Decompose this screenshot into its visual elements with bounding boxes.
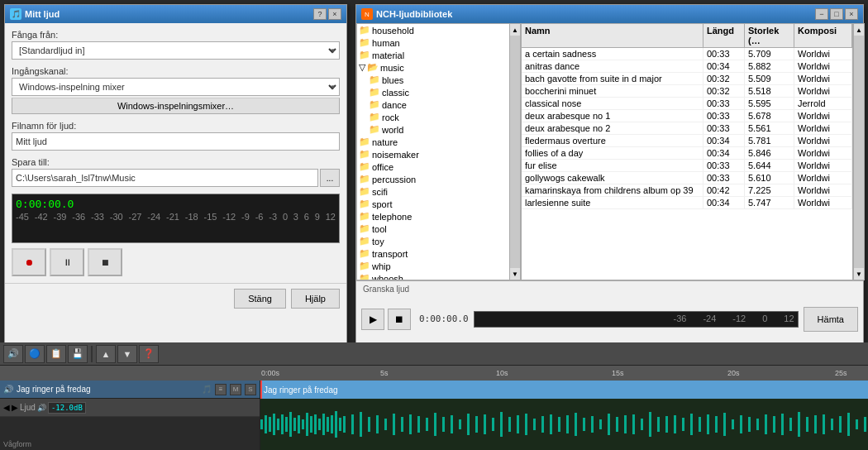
tree-item-telephone[interactable]: 📁 telephone (357, 210, 509, 223)
folder-icon: 📁 (359, 199, 370, 209)
nch-close-btn[interactable]: × (845, 8, 858, 20)
list-item[interactable]: bach gavotte from suite in d major 00:32… (522, 73, 852, 85)
list-item[interactable]: classical nose 00:33 5.595 Jerrold (522, 98, 852, 110)
list-item[interactable]: deux arabesque no 2 00:33 5.561 Worldwi (522, 122, 852, 135)
col-komposi[interactable]: Komposi (794, 24, 852, 47)
tree-item-music[interactable]: ▽ 📂 music (357, 61, 509, 74)
stop-button[interactable]: ⏹ (88, 248, 122, 276)
tree-item-human[interactable]: 📁 human (357, 36, 509, 49)
mitt-ljud-close-btn[interactable]: × (328, 8, 341, 20)
svg-rect-19 (339, 418, 341, 431)
tree-item-scifi[interactable]: 📁 scifi (357, 185, 509, 198)
tree-scroll-up[interactable]: ▲ (510, 24, 520, 36)
filnamn-input[interactable]: Mitt ljud (12, 132, 340, 151)
list-scroll-down[interactable]: ▼ (854, 268, 864, 280)
preview-stop-btn[interactable]: ⏹ (388, 309, 411, 330)
tree-label-toy: toy (372, 237, 384, 247)
tree-item-classic[interactable]: 📁 classic (357, 86, 509, 98)
tree-item-toy[interactable]: 📁 toy (357, 235, 509, 247)
nch-min-btn[interactable]: − (815, 8, 828, 20)
ruler-mark-15: 15s (612, 369, 624, 377)
folder-icon: 📁 (359, 211, 370, 222)
list-item[interactable]: gollywogs cakewalk 00:33 5.610 Worldwi (522, 172, 852, 184)
svg-rect-5 (281, 414, 284, 434)
track1-icon2: 🎵 (202, 385, 212, 394)
mitt-ljud-icon: 🎵 (10, 8, 21, 20)
col-längd[interactable]: Längd (703, 24, 745, 47)
ruler-mark-5: 5s (380, 369, 389, 377)
next-btn[interactable]: ▶ (12, 403, 18, 412)
list-header: Namn Längd Storlek (… Komposi (522, 24, 852, 48)
waveform-display (260, 399, 868, 450)
tree-item-noisemaker[interactable]: 📁 noisemaker (357, 148, 509, 160)
tb-save-btn[interactable]: 💾 (68, 345, 88, 363)
audio-block[interactable]: Jag ringer på fredag (260, 381, 868, 399)
expand-icon: ▽ (359, 62, 365, 73)
nch-max-btn[interactable]: □ (830, 8, 843, 20)
browse-button[interactable]: ... (320, 169, 340, 187)
list-item[interactable]: larlesienne suite 00:34 5.747 Worldwi (522, 197, 852, 209)
hjälp-button[interactable]: Hjälp (291, 289, 340, 309)
mitt-ljud-help-btn[interactable]: ? (313, 8, 327, 20)
tree-item-whip[interactable]: 📁 whip (357, 260, 509, 272)
list-item[interactable]: anitras dance 00:34 5.882 Worldwi (522, 60, 852, 73)
svg-rect-17 (331, 415, 333, 433)
tree-item-dance[interactable]: 📁 dance (357, 98, 509, 111)
tb-help-btn[interactable]: ❓ (139, 345, 159, 363)
tree-item-percussion[interactable]: 📁 percussion (357, 173, 509, 185)
folder-icon: 📁 (359, 223, 370, 234)
tree-item-blues[interactable]: 📁 blues (357, 74, 509, 86)
stäng-button[interactable]: Stäng (234, 289, 286, 309)
tb-clipboard-btn[interactable]: 📋 (46, 345, 66, 363)
tb-magnet-btn[interactable]: 🔵 (25, 345, 45, 363)
list-item[interactable]: fledermaus overture 00:34 5.781 Worldwi (522, 135, 852, 147)
tree-label-classic: classic (382, 88, 409, 98)
tb-arrow-down-btn[interactable]: ▼ (117, 345, 137, 363)
record-button[interactable]: ⏺ (12, 248, 46, 276)
svg-rect-2 (269, 417, 271, 432)
pause-button[interactable]: ⏸ (50, 248, 84, 276)
folder-icon: 📁 (369, 87, 380, 98)
tree-item-world[interactable]: 📁 world (357, 123, 509, 136)
svg-rect-72 (773, 416, 775, 433)
track1-solo-btn[interactable]: S (245, 384, 256, 395)
prev-btn[interactable]: ◀ (3, 403, 10, 412)
tree-item-material[interactable]: 📁 material (357, 49, 509, 61)
track1-vol-btn[interactable]: ≡ (215, 384, 227, 395)
track1-mute-btn[interactable]: M (230, 384, 241, 395)
tree-scroll-down[interactable]: ▼ (510, 268, 520, 280)
tree-item-transport[interactable]: 📁 transport (357, 247, 509, 260)
col-namn[interactable]: Namn (522, 24, 703, 47)
list-item[interactable]: kamarinskaya from childrens album op 39 … (522, 184, 852, 197)
svg-rect-39 (500, 412, 503, 437)
tree-item-nature[interactable]: 📁 nature (357, 136, 509, 148)
list-item[interactable]: a certain sadness 00:33 5.709 Worldwi (522, 48, 852, 60)
list-item[interactable]: follies of a day 00:34 5.846 Worldwi (522, 147, 852, 160)
tree-label-human: human (372, 38, 400, 48)
tree-scrollbar-thumb (510, 36, 520, 268)
hämta-button[interactable]: Hämta (804, 307, 858, 332)
tree-item-whoosh[interactable]: 📁 whoosh (357, 272, 509, 280)
ingångskanal-select[interactable]: Windows-inspelning mixer (12, 78, 340, 96)
mixer-button[interactable]: Windows-inspelningsmixer… (12, 98, 340, 114)
fanga-select[interactable]: [Standardljud in] (12, 41, 340, 60)
mitt-ljud-dialog: 🎵 Mitt ljud ? × Fånga från: [Standardlju… (4, 4, 347, 347)
tb-speaker-btn[interactable]: 🔊 (3, 345, 23, 363)
svg-rect-70 (756, 419, 759, 430)
ruler-mark-10: 10s (496, 369, 508, 377)
tree-item-tool[interactable]: 📁 tool (357, 223, 509, 235)
tree-item-household[interactable]: 📁 household (357, 24, 509, 36)
tree-item-office[interactable]: 📁 office (357, 160, 509, 173)
list-scroll-up[interactable]: ▲ (854, 24, 864, 36)
col-storlek[interactable]: Storlek (… (745, 24, 794, 47)
tb-arrow-up-btn[interactable]: ▲ (96, 345, 116, 363)
spara-path-input[interactable]: C:\Users\sarah_lsl7tnw\Music (12, 169, 318, 187)
list-item[interactable]: deux arabesque no 1 00:33 5.678 Worldwi (522, 110, 852, 122)
volume-display: -12.0dB (48, 402, 86, 414)
track1-mute-icon[interactable]: 🔊 (3, 385, 13, 394)
tree-item-sport[interactable]: 📁 sport (357, 198, 509, 210)
list-item[interactable]: boccherini minuet 00:32 5.518 Worldwi (522, 85, 852, 98)
list-item[interactable]: fur elise 00:33 5.644 Worldwi (522, 160, 852, 172)
preview-play-btn[interactable]: ▶ (361, 309, 384, 330)
tree-item-rock[interactable]: 📁 rock (357, 111, 509, 123)
